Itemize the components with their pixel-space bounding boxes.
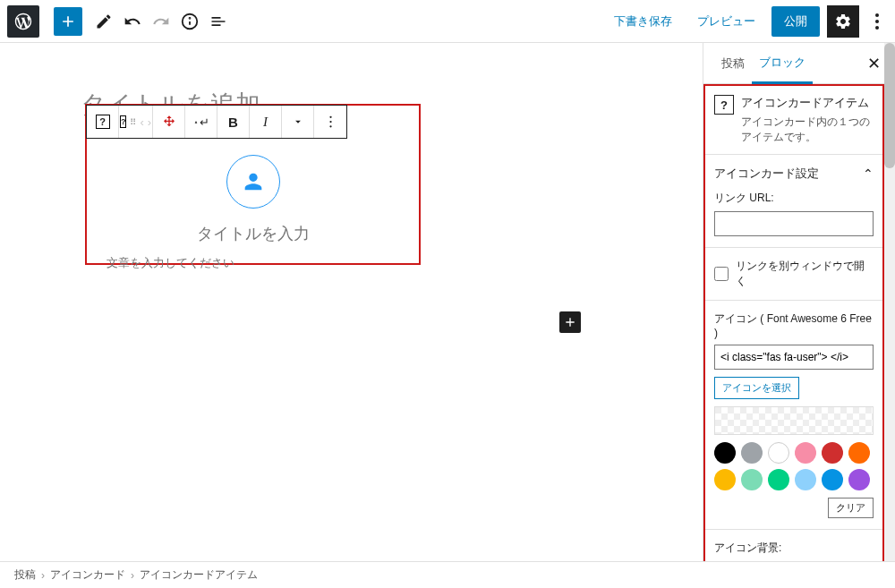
icon-card-block[interactable]: ? ? ⠿ ‹› ↵ B I タイトルを入力 文章を入力してください [85, 104, 421, 265]
color-swatch[interactable] [741, 442, 763, 464]
crumb-1[interactable]: アイコンカード [50, 567, 125, 583]
color-swatch[interactable] [741, 469, 763, 490]
color-swatch[interactable] [822, 442, 843, 464]
bold-button[interactable]: B [217, 106, 250, 138]
svg-point-2 [190, 17, 191, 18]
tab-block[interactable]: ブロック [752, 44, 813, 84]
select-icon-button[interactable]: アイコンを選択 [714, 377, 799, 399]
color-swatch[interactable] [714, 442, 736, 464]
crumb-0[interactable]: 投稿 [14, 567, 36, 583]
paragraph-icon[interactable]: ↵ [185, 106, 217, 138]
color-swatch[interactable] [768, 469, 789, 490]
link-url-input[interactable] [714, 211, 874, 236]
color-swatch[interactable] [822, 469, 843, 490]
card-title-input[interactable]: タイトルを入力 [87, 223, 419, 244]
svg-point-8 [329, 125, 331, 127]
preview-button[interactable]: プレビュー [688, 8, 764, 35]
undo-icon[interactable] [118, 7, 147, 36]
card-text-input[interactable]: 文章を入力してください [107, 255, 419, 271]
color-swatch[interactable] [795, 442, 816, 464]
more-options-icon[interactable] [866, 5, 888, 38]
topbar: 下書き保存 プレビュー 公開 [0, 0, 895, 43]
block-type-icon: ? [714, 95, 734, 115]
wordpress-logo[interactable] [7, 5, 39, 38]
edit-tool-icon[interactable] [90, 7, 118, 36]
color-swatch[interactable] [714, 469, 736, 490]
svg-point-5 [875, 26, 879, 30]
clear-color-button[interactable]: クリア [828, 498, 874, 518]
color-preview [714, 406, 874, 435]
save-draft-button[interactable]: 下書き保存 [605, 8, 681, 35]
svg-point-6 [329, 116, 331, 118]
add-block-button[interactable] [54, 7, 82, 36]
block-type-icon[interactable]: ? [87, 106, 119, 138]
more-icon[interactable] [314, 106, 346, 138]
svg-point-3 [875, 13, 879, 17]
italic-button[interactable]: I [250, 106, 282, 138]
editor-canvas[interactable]: タイトルを追加 ? ? ⠿ ‹› ↵ B I タイトルを入力 文章を入力してくだ… [0, 43, 703, 561]
color-swatch[interactable] [848, 469, 870, 490]
crumb-2[interactable]: アイコンカードアイテム [140, 567, 258, 583]
breadcrumb: 投稿 › アイコンカード › アイコンカードアイテム [0, 561, 895, 588]
sidebar-tabs: 投稿 ブロック ✕ [703, 43, 895, 84]
move-icon[interactable] [153, 106, 185, 138]
link-url-label: リンク URL: [714, 191, 874, 206]
panel-settings-toggle[interactable]: アイコンカード設定⌃ [714, 166, 874, 182]
settings-sidebar: 投稿 ブロック ✕ ? アイコンカードアイテム アイコンカード内の１つのアイテム… [703, 43, 895, 561]
block-name-label: アイコンカードアイテム [741, 95, 874, 111]
icon-class-input[interactable] [714, 345, 874, 370]
new-window-checkbox[interactable]: リンクを別ウィンドウで開く [714, 259, 874, 289]
add-block-inline-button[interactable] [559, 311, 581, 333]
tab-post[interactable]: 投稿 [714, 45, 752, 82]
outline-icon[interactable] [204, 7, 233, 36]
color-swatch[interactable] [848, 442, 870, 464]
settings-button[interactable] [827, 5, 859, 38]
icon-field-label: アイコン ( Font Awesome 6 Free ) [714, 311, 874, 339]
card-icon-preview [226, 155, 280, 209]
scrollbar-track[interactable] [884, 43, 895, 561]
publish-button[interactable]: 公開 [771, 6, 820, 37]
close-icon[interactable]: ✕ [864, 50, 884, 77]
chevron-down-icon[interactable] [282, 106, 314, 138]
block-toolbar: ? ? ⠿ ‹› ↵ B I [86, 105, 347, 139]
block-info: ? アイコンカードアイテム アイコンカード内の１つのアイテムです。 [705, 86, 882, 154]
user-icon [241, 169, 266, 194]
block-desc-label: アイコンカード内の１つのアイテムです。 [741, 115, 874, 145]
svg-point-7 [329, 121, 331, 123]
scrollbar-thumb[interactable] [884, 43, 895, 168]
block-nav-group[interactable]: ? ⠿ ‹› [119, 106, 153, 138]
color-swatch[interactable] [768, 442, 789, 464]
color-swatches [714, 442, 874, 490]
svg-point-4 [875, 20, 879, 23]
color-swatch[interactable] [795, 469, 816, 490]
info-icon[interactable] [175, 7, 204, 36]
icon-bg-label: アイコン背景: [714, 541, 874, 556]
redo-icon[interactable] [147, 7, 175, 36]
